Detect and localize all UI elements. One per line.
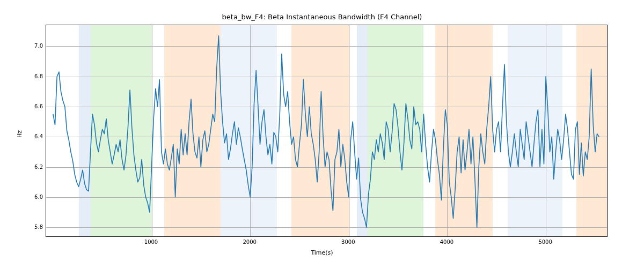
x-axis-label: Time(s): [0, 249, 644, 256]
chart-title: beta_bw_F4: Beta Instantaneous Bandwidth…: [0, 13, 644, 21]
x-tick-label: 3000: [341, 239, 355, 245]
x-tick-label: 2000: [243, 239, 256, 245]
plot-area: [46, 25, 608, 237]
y-tick-label: 6.4: [32, 133, 43, 139]
x-tick-label: 1000: [144, 239, 158, 245]
y-tick-label: 5.8: [32, 224, 43, 230]
y-tick-label: 6.2: [32, 163, 43, 169]
y-tick-label: 6.0: [32, 193, 43, 199]
y-tick-label: 6.6: [32, 103, 43, 109]
y-tick-label: 7.0: [32, 43, 43, 49]
y-tick-label: 6.8: [32, 73, 43, 79]
y-axis-label: Hz: [16, 130, 23, 138]
x-tick-label: 5000: [538, 239, 552, 245]
x-tick-label: 4000: [440, 239, 453, 245]
chart-figure: beta_bw_F4: Beta Instantaneous Bandwidth…: [0, 0, 644, 268]
line-series: [46, 25, 607, 236]
